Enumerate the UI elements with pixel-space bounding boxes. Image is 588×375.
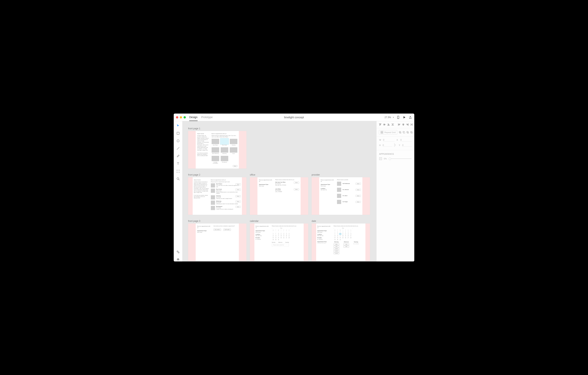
titlebar: Design Prototype limelight concept 27.3%… [174, 114, 414, 121]
appointment-type-grid: New PatientRoot CanalCleaningTeeth White… [212, 139, 237, 164]
select-button[interactable]: Select [235, 195, 241, 197]
distribute-v-icon[interactable] [391, 123, 394, 126]
x-field[interactable]: 0 [400, 139, 412, 142]
next-month-icon[interactable]: › [290, 228, 291, 229]
align-bottom-icon[interactable] [387, 123, 390, 126]
artboard-label[interactable]: date [312, 220, 370, 222]
time-slot-button[interactable]: 11:30 [334, 252, 339, 254]
select-button[interactable]: Select [356, 195, 361, 197]
close-button[interactable] [176, 116, 178, 119]
ellipse-tool-icon[interactable] [176, 139, 180, 143]
artboard-label[interactable]: front page 1 [188, 127, 246, 130]
align-hcenter-icon[interactable] [402, 123, 405, 126]
share-icon[interactable] [409, 116, 412, 119]
appointment-type-card[interactable]: Root Canal [221, 139, 228, 146]
select-button[interactable]: Select [356, 183, 361, 185]
width-label: W [379, 139, 382, 141]
select-button[interactable]: Select [356, 201, 361, 203]
y-field[interactable]: 0 [402, 144, 412, 147]
time-slot-button[interactable]: 2:00 [343, 245, 349, 248]
artboard-date[interactable]: Book an appointment with us Appointment … [312, 223, 370, 261]
appointment-type-card[interactable]: New Patient [212, 139, 219, 146]
minimize-button[interactable] [180, 116, 182, 119]
play-icon[interactable] [403, 116, 406, 119]
svg-rect-12 [380, 124, 381, 125]
device-preview-icon[interactable] [397, 116, 400, 119]
select-tool-icon[interactable] [176, 124, 180, 128]
calendar-grid[interactable]: MTWTFSS123456789101112131415161718192021… [334, 229, 352, 241]
align-right-icon[interactable] [406, 123, 409, 126]
select-button[interactable]: Select [235, 183, 241, 185]
pen-tool-icon[interactable] [176, 154, 180, 158]
artboard-label[interactable]: front page 3 [188, 220, 246, 222]
artboard-office[interactable]: Book an appointment with us Appointment … [250, 177, 308, 215]
svg-line-7 [179, 179, 179, 180]
artboard-label[interactable]: calendar [250, 220, 308, 222]
rectangle-tool-icon[interactable] [176, 131, 180, 135]
svg-rect-30 [407, 125, 408, 125]
by-location-button[interactable]: By Location [213, 229, 221, 231]
artboard-label[interactable]: front page 2 [188, 174, 246, 176]
time-slot-button[interactable]: 10:00 [334, 248, 339, 250]
appointment-type-card[interactable]: Teeth Whitening [212, 147, 219, 154]
appointment-type-card[interactable]: Whitening [221, 147, 228, 154]
zoom-tool-icon[interactable] [176, 177, 180, 181]
next-month-icon[interactable]: › [352, 228, 353, 229]
artboard-label[interactable]: provider [312, 174, 370, 176]
lock-icon[interactable] [394, 143, 396, 147]
layers-icon[interactable] [176, 258, 180, 261]
artboard-calendar[interactable]: Book an appointment with us Appointment … [250, 223, 308, 261]
artboard-front-page-2[interactable]: Alpine Dental At Alpine Dental, we promi… [188, 177, 246, 215]
boolean-exclude-icon[interactable] [410, 131, 413, 134]
select-button[interactable]: Select [235, 201, 241, 203]
tab-design[interactable]: Design [189, 114, 198, 121]
distribute-h-icon[interactable] [410, 123, 413, 126]
artboard-front-page-1[interactable]: Alpine Dental At Alpine Dental, we promi… [188, 131, 246, 168]
appointment-type-card[interactable]: Invisalign Consultation [212, 156, 219, 164]
time-slot-button[interactable]: 8:00 [334, 243, 339, 245]
time-slot-button[interactable]: 11:00 [334, 250, 339, 252]
thumbnail [211, 201, 215, 205]
align-row [377, 121, 414, 128]
boolean-subtract-icon[interactable] [403, 131, 405, 134]
select-button[interactable]: Select [235, 189, 241, 191]
appointment-type-card[interactable]: Crown [230, 147, 237, 154]
artboard-front-page-3[interactable]: Book an appointment with us Appointment … [188, 223, 246, 261]
prev-month-icon[interactable]: ‹ [272, 228, 272, 229]
width-field[interactable]: 0 [383, 139, 394, 142]
select-button[interactable]: Select [294, 182, 299, 184]
height-field[interactable]: 0 [383, 144, 392, 147]
maximize-button[interactable] [184, 116, 186, 119]
calendar-grid[interactable]: MTWTFSS123456789101112131415161718192021… [272, 229, 290, 241]
line-tool-icon[interactable] [176, 146, 180, 150]
prev-month-icon[interactable]: ‹ [334, 228, 334, 229]
artboard-label[interactable]: office [250, 174, 308, 176]
assets-icon[interactable] [176, 250, 180, 254]
boolean-intersect-icon[interactable] [406, 131, 409, 134]
select-button[interactable]: Select [294, 188, 299, 190]
repeat-grid-button[interactable]: Repeat Grid [379, 130, 397, 135]
opacity-value[interactable]: 0% [384, 157, 387, 160]
appointment-type-card[interactable]: Mouthguard [221, 156, 228, 164]
text-tool-icon[interactable] [176, 162, 180, 165]
canvas[interactable]: front page 1 Alpine Dental At Alpine Den… [182, 121, 376, 261]
appointment-type-card[interactable]: Cleaning [230, 139, 237, 146]
select-button[interactable]: Select [356, 189, 361, 191]
align-vcenter-icon[interactable] [383, 123, 386, 126]
by-provider-button[interactable]: By Provider [223, 229, 231, 231]
inspector-panel: Repeat Grid W 0 X 0 H [376, 121, 414, 261]
boolean-union-icon[interactable] [399, 131, 401, 134]
artboard-tool-icon[interactable] [176, 169, 180, 173]
align-top-icon[interactable] [379, 123, 381, 126]
zoom-value[interactable]: 27.3% [385, 116, 391, 119]
time-slot-button[interactable]: 1:00 [343, 243, 349, 245]
artboard-provider[interactable]: Book an appointment with us Appointment … [312, 177, 370, 215]
next-button[interactable]: Next [233, 165, 237, 167]
thumbnail [211, 195, 215, 199]
align-left-icon[interactable] [398, 123, 400, 126]
select-button[interactable]: Select [235, 206, 241, 208]
tab-prototype[interactable]: Prototype [201, 114, 213, 121]
opacity-slider[interactable] [389, 158, 412, 159]
chevron-down-icon[interactable]: ▾ [393, 116, 394, 118]
time-slot-button[interactable]: 9:30 [334, 245, 339, 248]
